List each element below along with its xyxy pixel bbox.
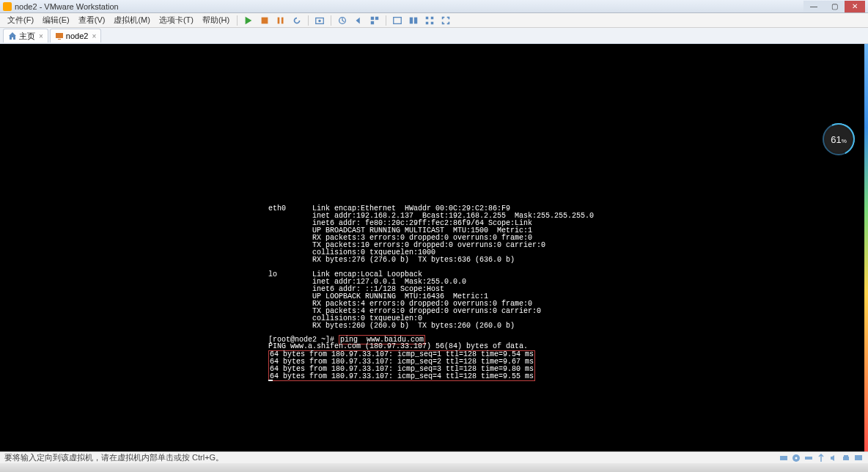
svg-rect-11 xyxy=(410,17,413,23)
svg-rect-19 xyxy=(780,456,787,460)
manage-button[interactable] xyxy=(368,14,381,27)
status-hint: 要将输入定向到该虚拟机，请在虚拟机内部单击或按 Ctrl+G。 xyxy=(4,452,224,463)
menu-file[interactable]: 文件(F) xyxy=(3,13,38,27)
vm-icon xyxy=(55,32,64,40)
gauge-value: 61% xyxy=(831,134,847,145)
app-window: node2 - VMware Workstation — ▢ ✕ 文件(F) 编… xyxy=(0,0,868,460)
svg-point-21 xyxy=(795,457,798,459)
titlebar: node2 - VMware Workstation — ▢ ✕ xyxy=(0,0,868,13)
stretch-button[interactable] xyxy=(439,14,452,27)
right-color-stripe xyxy=(864,44,868,460)
reset-button[interactable] xyxy=(290,14,304,27)
device-sound-icon[interactable] xyxy=(828,453,839,463)
window-title: node2 - VMware Workstation xyxy=(15,2,803,11)
ping-header: PING www.a.shifen.com (180.97.33.107) 56… xyxy=(268,342,528,350)
device-printer-icon[interactable] xyxy=(841,453,851,463)
home-icon xyxy=(8,32,17,40)
device-hdd-icon[interactable] xyxy=(779,453,789,463)
vmware-icon xyxy=(3,2,12,11)
os-taskbar[interactable] xyxy=(0,463,868,472)
tab-home[interactable]: 主页 × xyxy=(3,29,48,43)
svg-rect-25 xyxy=(855,455,862,460)
svg-rect-1 xyxy=(262,17,268,23)
terminal-cursor xyxy=(268,380,273,381)
menu-view[interactable]: 查看(V) xyxy=(74,13,110,27)
svg-rect-10 xyxy=(394,17,402,23)
vm-console[interactable]: eth0 Link encap:Ethernet HWaddr 00:0C:29… xyxy=(0,44,868,460)
svg-rect-16 xyxy=(431,21,434,24)
svg-rect-8 xyxy=(375,16,378,19)
svg-rect-3 xyxy=(282,17,284,23)
tab-node2-close[interactable]: × xyxy=(92,32,96,40)
statusbar: 要将输入定向到该虚拟机，请在虚拟机内部单击或按 Ctrl+G。 xyxy=(0,451,868,463)
close-button[interactable]: ✕ xyxy=(845,1,865,12)
device-cd-icon[interactable] xyxy=(791,453,801,463)
snapshot-manager-button[interactable] xyxy=(336,14,349,27)
revert-button[interactable] xyxy=(352,14,365,27)
fullscreen-button[interactable] xyxy=(391,14,404,27)
svg-marker-0 xyxy=(246,16,252,24)
ping-lines-highlight: 64 bytes from 180.97.33.107: icmp_seq=1 … xyxy=(268,350,535,381)
svg-point-5 xyxy=(318,19,321,22)
tabbar: 主页 × node2 × xyxy=(0,28,868,44)
svg-rect-2 xyxy=(278,17,280,23)
menu-tabs[interactable]: 选项卡(T) xyxy=(155,13,198,27)
device-usb-icon[interactable] xyxy=(816,453,826,463)
svg-rect-23 xyxy=(843,457,849,460)
terminal-ifconfig-output: eth0 Link encap:Ethernet HWaddr 00:0C:29… xyxy=(268,205,594,330)
menu-vm[interactable]: 虚拟机(M) xyxy=(109,13,155,27)
svg-rect-14 xyxy=(426,21,429,24)
svg-rect-17 xyxy=(56,33,63,38)
svg-rect-22 xyxy=(805,457,812,460)
svg-rect-15 xyxy=(431,16,434,19)
tab-home-close[interactable]: × xyxy=(39,32,43,40)
device-net-icon[interactable] xyxy=(803,453,814,463)
pause-button[interactable] xyxy=(274,14,287,27)
tab-node2[interactable]: node2 × xyxy=(50,29,101,43)
menu-help[interactable]: 帮助(H) xyxy=(198,13,234,27)
unity-button[interactable] xyxy=(407,14,420,27)
svg-rect-9 xyxy=(371,21,374,23)
minimize-button[interactable]: — xyxy=(803,1,824,12)
thumbnail-button[interactable] xyxy=(423,14,436,27)
tab-home-label: 主页 xyxy=(19,31,35,42)
device-msg-icon[interactable] xyxy=(853,453,864,463)
svg-rect-13 xyxy=(426,16,429,19)
menubar: 文件(F) 编辑(E) 查看(V) 虚拟机(M) 选项卡(T) 帮助(H) xyxy=(0,13,868,28)
maximize-button[interactable]: ▢ xyxy=(824,1,845,12)
snapshot-button[interactable] xyxy=(313,14,326,27)
svg-rect-7 xyxy=(371,16,374,19)
svg-rect-18 xyxy=(58,39,61,40)
menu-edit[interactable]: 编辑(E) xyxy=(38,13,74,27)
terminal-ping-block: PING www.a.shifen.com (180.97.33.107) 56… xyxy=(268,343,535,381)
svg-rect-24 xyxy=(844,455,848,457)
tab-node2-label: node2 xyxy=(66,32,89,40)
stop-button[interactable] xyxy=(258,14,271,27)
play-button[interactable] xyxy=(242,14,255,27)
network-gauge-widget[interactable]: 61% 0.3K/s 0.7K/s xyxy=(823,123,855,155)
svg-rect-12 xyxy=(414,17,417,23)
